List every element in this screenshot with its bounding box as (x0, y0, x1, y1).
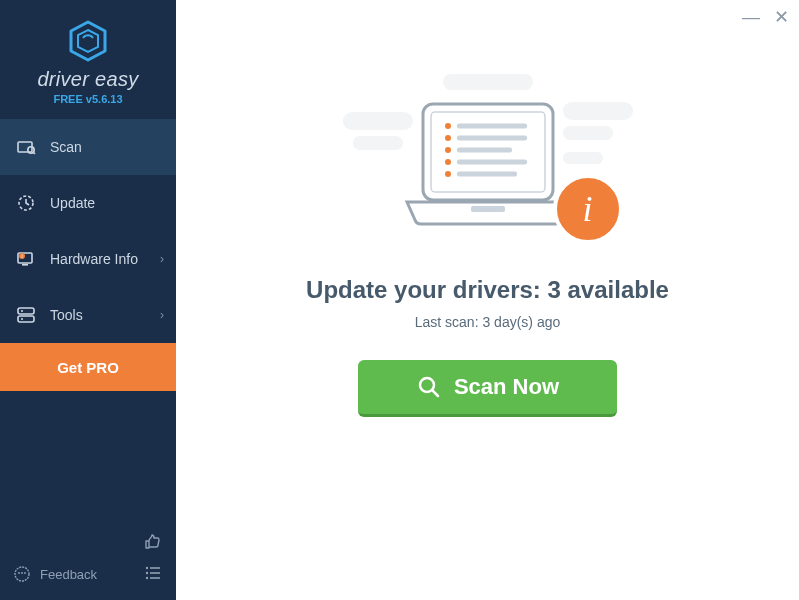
app-logo-icon (65, 18, 111, 64)
tools-icon (16, 305, 36, 325)
scan-icon (16, 137, 36, 157)
app-version: FREE v5.6.13 (53, 93, 122, 105)
headline: Update your drivers: 3 available (306, 276, 669, 304)
svg-point-28 (445, 135, 451, 141)
sidebar-item-label: Update (50, 195, 95, 211)
svg-rect-31 (457, 148, 512, 153)
scan-now-label: Scan Now (454, 374, 559, 400)
svg-point-15 (18, 572, 20, 574)
feedback-icon (12, 564, 32, 584)
sidebar-item-scan[interactable]: Scan (0, 119, 176, 175)
svg-point-12 (21, 310, 23, 312)
update-icon (16, 193, 36, 213)
thumbs-up-icon[interactable] (142, 530, 164, 552)
svg-marker-0 (71, 22, 105, 60)
minimize-button[interactable]: — (742, 8, 760, 26)
svg-line-38 (432, 391, 438, 397)
sidebar-item-update[interactable]: Update (0, 175, 176, 231)
sidebar-item-hardware-info[interactable]: i Hardware Info › (0, 231, 176, 287)
svg-point-22 (146, 577, 148, 579)
main-content: — ✕ (176, 0, 799, 600)
menu-list-icon[interactable] (142, 562, 164, 584)
svg-rect-11 (18, 316, 34, 322)
svg-rect-21 (150, 572, 160, 574)
svg-rect-7 (22, 264, 28, 266)
svg-point-16 (21, 572, 23, 574)
scan-now-button[interactable]: Scan Now (358, 360, 617, 417)
feedback-button[interactable]: Feedback (12, 564, 97, 584)
hardware-icon: i (16, 249, 36, 269)
svg-point-14 (15, 567, 29, 581)
svg-rect-36 (471, 206, 505, 212)
sidebar-item-label: Tools (50, 307, 83, 323)
svg-rect-27 (457, 124, 527, 129)
chevron-right-icon: › (160, 308, 164, 322)
window-controls: — ✕ (742, 8, 789, 26)
illustration: i (343, 72, 633, 252)
svg-point-30 (445, 147, 451, 153)
svg-rect-23 (150, 577, 160, 579)
sidebar-nav: Scan Update i Hardware Info › Tools › Ge… (0, 119, 176, 520)
svg-marker-1 (78, 30, 98, 52)
svg-point-32 (445, 159, 451, 165)
search-icon (416, 374, 442, 400)
feedback-label: Feedback (40, 567, 97, 582)
svg-text:i: i (21, 253, 22, 259)
svg-point-13 (21, 318, 23, 320)
sidebar-item-tools[interactable]: Tools › (0, 287, 176, 343)
svg-rect-10 (18, 308, 34, 314)
sidebar: driver easy FREE v5.6.13 Scan Update i H… (0, 0, 176, 600)
svg-rect-33 (457, 160, 527, 165)
svg-point-18 (146, 567, 148, 569)
logo-area: driver easy FREE v5.6.13 (0, 0, 176, 119)
get-pro-button[interactable]: Get PRO (0, 343, 176, 391)
info-badge-icon: i (553, 174, 623, 244)
sidebar-item-label: Hardware Info (50, 251, 138, 267)
hero: i Update your drivers: 3 available Last … (306, 72, 669, 417)
sidebar-footer: Feedback (0, 520, 176, 600)
last-scan-text: Last scan: 3 day(s) ago (415, 314, 561, 330)
svg-rect-19 (150, 567, 160, 569)
svg-point-26 (445, 123, 451, 129)
svg-point-17 (24, 572, 26, 574)
svg-point-34 (445, 171, 451, 177)
close-button[interactable]: ✕ (774, 8, 789, 26)
chevron-right-icon: › (160, 252, 164, 266)
svg-point-20 (146, 572, 148, 574)
svg-rect-35 (457, 172, 517, 177)
svg-rect-29 (457, 136, 527, 141)
svg-line-4 (33, 152, 35, 154)
get-pro-label: Get PRO (57, 359, 119, 376)
app-name: driver easy (37, 68, 138, 91)
sidebar-item-label: Scan (50, 139, 82, 155)
